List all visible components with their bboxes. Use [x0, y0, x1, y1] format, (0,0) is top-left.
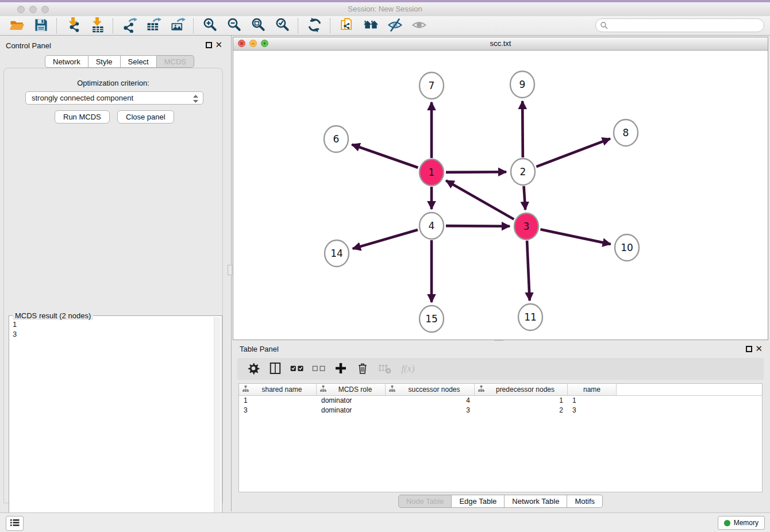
cell[interactable]: 2 [475, 406, 568, 415]
column-header-predecessor-nodes[interactable]: predecessor nodes [475, 384, 568, 395]
function-builder-button[interactable]: f(x) [398, 360, 420, 377]
tab-motifs[interactable]: Motifs [567, 495, 603, 508]
network-view-window: ✕ − + scc.txt 7968124314101511 [233, 37, 768, 340]
delete-table-button[interactable] [376, 360, 392, 377]
export-image-button[interactable] [165, 17, 190, 34]
save-session-button[interactable] [29, 17, 53, 34]
table-body: 1dominator4113dominator323 [239, 396, 762, 415]
cell[interactable]: 3 [239, 406, 317, 415]
edge-3-1[interactable] [446, 180, 514, 219]
node-3[interactable]: 3 [514, 213, 538, 240]
cell[interactable]: 3 [386, 406, 475, 415]
edge-1-2[interactable] [446, 172, 506, 172]
column-header-shared-name[interactable]: shared name [239, 384, 317, 395]
select-all-button[interactable] [289, 360, 305, 377]
node-14[interactable]: 14 [325, 240, 349, 267]
close-panel-icon[interactable]: ✕ [755, 345, 763, 353]
open-icon [9, 17, 25, 34]
tab-edge-table[interactable]: Edge Table [452, 495, 505, 508]
table-row[interactable]: 1dominator411 [239, 396, 762, 406]
open-session-button[interactable] [5, 17, 29, 34]
refresh-button[interactable] [302, 17, 326, 34]
show-hidden-button[interactable] [407, 17, 431, 34]
cell[interactable]: 1 [568, 396, 617, 406]
edge-4-14[interactable] [353, 230, 418, 249]
node-11[interactable]: 11 [518, 304, 542, 330]
cell[interactable]: 1 [475, 396, 568, 406]
new-network-from-selection-button[interactable] [334, 17, 359, 34]
toolbar-separator [56, 18, 57, 33]
cell[interactable]: 4 [386, 396, 475, 406]
tab-select[interactable]: Select [121, 55, 157, 68]
zoom-in-button[interactable] [198, 17, 222, 34]
edge-4-3[interactable] [446, 226, 510, 226]
node-6[interactable]: 6 [324, 126, 348, 152]
search-input[interactable] [595, 18, 764, 32]
import-network-button[interactable] [61, 17, 85, 34]
zoom-in-icon [202, 17, 218, 34]
edge-2-3[interactable] [524, 186, 526, 210]
node-1[interactable]: 1 [419, 159, 444, 186]
mcds-result-text[interactable]: 13 [10, 319, 214, 532]
toolbar-separator [193, 18, 194, 33]
zoom-fit-button[interactable] [246, 17, 270, 34]
cell[interactable]: 1 [239, 396, 317, 406]
column-header-MCDS-role[interactable]: MCDS role [317, 384, 386, 395]
table-row[interactable]: 3dominator323 [239, 406, 762, 415]
column-header-name[interactable]: name [568, 384, 617, 395]
export-network-icon [122, 17, 137, 34]
show-columns-button[interactable] [267, 360, 283, 377]
deselect-all-button[interactable] [311, 360, 327, 377]
float-panel-icon[interactable] [206, 42, 212, 48]
delete-column-button[interactable] [355, 360, 371, 377]
cell[interactable]: dominator [317, 406, 386, 415]
cell[interactable]: 3 [568, 406, 617, 415]
memory-button[interactable]: Memory [718, 516, 765, 530]
import-table-button[interactable] [85, 17, 109, 34]
create-column-button[interactable] [333, 360, 349, 377]
node-10[interactable]: 10 [615, 234, 639, 261]
node-15[interactable]: 15 [419, 306, 444, 332]
svg-text:9: 9 [519, 79, 526, 90]
splitter-grip[interactable] [228, 265, 232, 275]
edge-3-10[interactable] [540, 229, 610, 244]
node-9[interactable]: 9 [510, 71, 534, 98]
result-scrollbar[interactable] [214, 317, 221, 532]
edge-2-9[interactable] [522, 101, 523, 157]
run-mcds-button[interactable]: Run MCDS [55, 110, 110, 124]
node-8[interactable]: 8 [614, 119, 638, 146]
tab-network-table[interactable]: Network Table [505, 495, 567, 508]
column-label: shared name [250, 385, 314, 394]
svg-text:10: 10 [621, 242, 633, 253]
edge-2-8[interactable] [536, 138, 610, 167]
edge-3-11[interactable] [527, 241, 530, 300]
node-7[interactable]: 7 [419, 72, 444, 99]
network-window-titlebar[interactable]: ✕ − + scc.txt [233, 37, 768, 51]
svg-text:11: 11 [524, 311, 537, 323]
cell[interactable]: dominator [317, 396, 386, 406]
first-neighbors-button[interactable] [359, 17, 383, 34]
close-panel-button[interactable]: Close panel [117, 110, 174, 124]
column-header-successor-nodes[interactable]: successor nodes [386, 384, 475, 395]
network-canvas[interactable]: 7968124314101511 [233, 51, 768, 340]
export-table-button[interactable] [141, 17, 165, 34]
export-network-button[interactable] [117, 17, 141, 34]
svg-text:4: 4 [429, 220, 435, 232]
table-options-button[interactable] [245, 360, 261, 377]
hide-selected-button[interactable] [383, 17, 407, 34]
optimization-criterion-select[interactable]: strongly connected component [25, 91, 203, 105]
float-panel-icon[interactable] [746, 346, 752, 352]
zoom-out-button[interactable] [222, 17, 246, 34]
node-4[interactable]: 4 [419, 213, 444, 239]
close-panel-icon[interactable]: ✕ [215, 41, 222, 49]
task-history-button[interactable] [6, 516, 24, 531]
node-2[interactable]: 2 [511, 159, 535, 185]
tab-mcds[interactable]: MCDS [157, 55, 194, 68]
column-label: successor nodes [396, 385, 472, 394]
tab-style[interactable]: Style [88, 55, 121, 68]
zoom-fit-icon [251, 17, 266, 34]
tab-network[interactable]: Network [45, 55, 88, 68]
tab-node-table[interactable]: Node Table [398, 495, 452, 508]
zoom-selected-button[interactable] [270, 17, 294, 34]
edge-1-6[interactable] [352, 145, 418, 168]
